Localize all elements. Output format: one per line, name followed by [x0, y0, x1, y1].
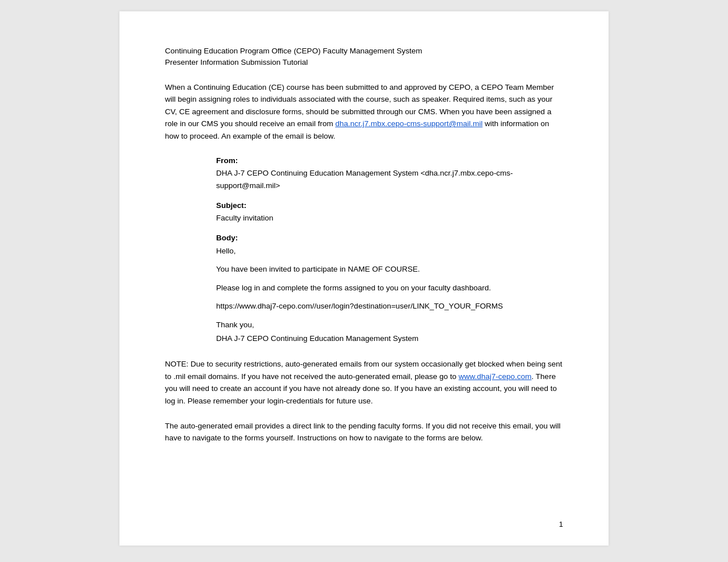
header-line1: Continuing Education Program Office (CEP… — [165, 45, 563, 57]
page-container: Continuing Education Program Office (CEP… — [119, 11, 609, 546]
email-body-line — [216, 314, 563, 318]
email-body-line — [216, 258, 563, 263]
email-body-line: Thank you, — [216, 318, 563, 332]
header-block: Continuing Education Program Office (CEP… — [165, 45, 563, 69]
email-body-line: Hello, — [216, 244, 563, 258]
email-body-line — [216, 295, 563, 299]
header-line2: Presenter Information Submission Tutoria… — [165, 57, 563, 68]
from-label: From: — [216, 156, 238, 165]
email-subject-field: Subject: Faculty invitation — [216, 199, 563, 224]
body-label: Body: — [216, 234, 238, 242]
final-paragraph: The auto-generated email provides a dire… — [165, 420, 563, 444]
email-box: From: DHA J-7 CEPO Continuing Education … — [216, 155, 563, 345]
email-body-line — [216, 277, 563, 281]
subject-label: Subject: — [216, 201, 246, 210]
email-body-line: https://www.dhaj7-cepo.com//user/login?d… — [216, 299, 563, 313]
support-email-link[interactable]: dha.ncr.j7.mbx.cepo-cms-support@mail.mil — [335, 119, 482, 128]
email-body-line: DHA J-7 CEPO Continuing Education Manage… — [216, 332, 563, 345]
email-body-content: Hello, You have been invited to particip… — [216, 244, 563, 345]
email-body-line: Please log in and complete the forms ass… — [216, 281, 563, 295]
page-number: 1 — [559, 520, 563, 528]
note-paragraph: NOTE: Due to security restrictions, auto… — [165, 358, 563, 407]
email-body-field: Body: Hello, You have been invited to pa… — [216, 232, 563, 345]
from-value: DHA J-7 CEPO Continuing Education Manage… — [216, 169, 513, 190]
email-from-field: From: DHA J-7 CEPO Continuing Education … — [216, 155, 563, 192]
intro-paragraph: When a Continuing Education (CE) course … — [165, 81, 563, 143]
website-link[interactable]: www.dhaj7-cepo.com — [458, 372, 531, 381]
subject-value: Faculty invitation — [216, 214, 274, 222]
email-body-line: You have been invited to participate in … — [216, 263, 563, 276]
